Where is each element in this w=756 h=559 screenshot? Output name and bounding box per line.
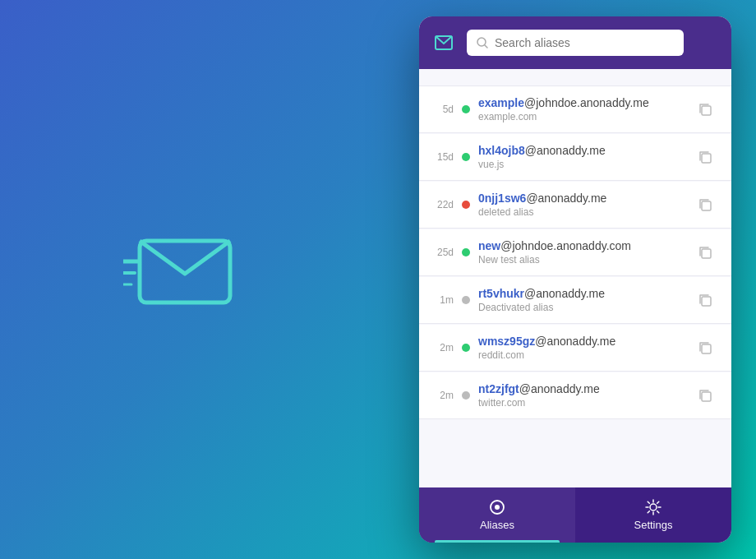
bottom-nav: Aliases Settings xyxy=(419,487,731,543)
subheader xyxy=(419,69,731,86)
copy-button[interactable] xyxy=(692,335,718,361)
alias-description: Deactivated alias xyxy=(478,302,684,313)
search-icon xyxy=(477,37,488,49)
alias-item[interactable]: 2m wmsz95gz@anonaddy.me reddit.com xyxy=(419,325,731,372)
svg-rect-14 xyxy=(702,392,711,401)
alias-info: wmsz95gz@anonaddy.me reddit.com xyxy=(478,335,684,361)
alias-info: 0njj1sw6@anonaddy.me deleted alias xyxy=(478,192,684,218)
alias-age: 2m xyxy=(432,390,454,401)
branding-section xyxy=(0,0,378,559)
alias-item[interactable]: 25d new@johndoe.anonaddy.com New test al… xyxy=(419,229,731,276)
alias-item[interactable]: 1m rt5vhukr@anonaddy.me Deactivated alia… xyxy=(419,277,731,324)
settings-nav-icon xyxy=(645,499,662,515)
alias-email-bold: nt2zjfgt xyxy=(478,382,519,395)
copy-icon xyxy=(698,102,712,117)
svg-point-16 xyxy=(495,505,500,510)
alias-email-bold: 0njj1sw6 xyxy=(478,192,526,205)
alias-description: example.com xyxy=(478,111,684,122)
alias-description: vue.js xyxy=(478,159,684,170)
alias-info: nt2zjfgt@anonaddy.me twitter.com xyxy=(478,382,684,409)
svg-rect-11 xyxy=(702,249,711,258)
alias-email-domain: @anonaddy.me xyxy=(526,192,606,205)
search-bar[interactable] xyxy=(467,30,684,56)
app-logo xyxy=(123,220,255,319)
nav-tab-settings[interactable]: Settings xyxy=(575,487,731,543)
alias-info: new@johndoe.anonaddy.com New test alias xyxy=(478,239,684,266)
alias-info: hxl4ojb8@anonaddy.me vue.js xyxy=(478,144,684,170)
mail-icon xyxy=(435,35,453,50)
copy-icon xyxy=(698,245,712,260)
svg-rect-10 xyxy=(702,201,711,210)
alias-age: 2m xyxy=(432,342,454,353)
alias-email-domain: @anonaddy.me xyxy=(524,287,605,300)
svg-line-7 xyxy=(485,45,487,48)
copy-button[interactable] xyxy=(692,287,718,313)
aliases-nav-icon xyxy=(489,499,505,515)
alias-age: 5d xyxy=(432,104,454,115)
copy-button[interactable] xyxy=(692,192,718,218)
main-panel: 5d example@johndoe.anonaddy.me example.c… xyxy=(419,16,731,543)
nav-tab-label: Settings xyxy=(634,519,673,531)
alias-description: twitter.com xyxy=(478,397,684,409)
svg-rect-13 xyxy=(702,344,711,353)
alias-description: New test alias xyxy=(478,254,684,266)
search-input[interactable] xyxy=(495,36,674,49)
svg-rect-8 xyxy=(702,106,711,115)
status-dot xyxy=(462,248,470,256)
copy-button[interactable] xyxy=(692,382,718,409)
alias-email-domain: @anonaddy.me xyxy=(519,382,600,395)
alias-age: 1m xyxy=(432,294,454,306)
alias-email-bold: new xyxy=(478,239,500,252)
alias-item[interactable]: 5d example@johndoe.anonaddy.me example.c… xyxy=(419,86,731,133)
alias-email-bold: wmsz95gz xyxy=(478,335,535,348)
alias-item[interactable]: 15d hxl4ojb8@anonaddy.me vue.js xyxy=(419,134,731,181)
copy-icon xyxy=(698,293,712,307)
nav-tab-label: Aliases xyxy=(480,519,514,531)
status-dot xyxy=(462,153,470,161)
svg-point-17 xyxy=(650,504,657,510)
panel-header xyxy=(419,16,731,69)
copy-button[interactable] xyxy=(692,239,718,266)
status-dot xyxy=(462,344,470,352)
alias-email: example@johndoe.anonaddy.me xyxy=(478,96,684,109)
alias-email-bold: hxl4ojb8 xyxy=(478,144,525,157)
alias-info: example@johndoe.anonaddy.me example.com xyxy=(478,96,684,122)
alias-email-bold: example xyxy=(478,96,524,109)
alias-email-domain: @anonaddy.me xyxy=(535,335,615,348)
svg-rect-12 xyxy=(702,297,711,306)
alias-email-domain: @johndoe.anonaddy.me xyxy=(524,96,649,109)
alias-email: new@johndoe.anonaddy.com xyxy=(478,239,684,252)
alias-description: reddit.com xyxy=(478,349,684,361)
alias-email: nt2zjfgt@anonaddy.me xyxy=(478,382,684,395)
alias-description: deleted alias xyxy=(478,206,684,218)
add-alias-button[interactable] xyxy=(692,28,721,58)
alias-email-bold: rt5vhukr xyxy=(478,287,524,300)
copy-button[interactable] xyxy=(692,144,718,170)
copy-icon xyxy=(698,197,712,212)
alias-email-domain: @anonaddy.me xyxy=(525,144,606,157)
nav-tab-aliases[interactable]: Aliases xyxy=(419,487,575,543)
copy-button[interactable] xyxy=(692,96,718,122)
alias-item[interactable]: 2m nt2zjfgt@anonaddy.me twitter.com xyxy=(419,372,731,419)
alias-item[interactable]: 22d 0njj1sw6@anonaddy.me deleted alias xyxy=(419,182,731,229)
alias-age: 25d xyxy=(432,247,454,258)
alias-email-domain: @johndoe.anonaddy.com xyxy=(500,239,631,252)
status-dot xyxy=(462,391,470,400)
copy-icon xyxy=(698,150,712,164)
alias-email: 0njj1sw6@anonaddy.me xyxy=(478,192,684,205)
status-dot xyxy=(462,105,470,113)
aliases-list: 5d example@johndoe.anonaddy.me example.c… xyxy=(419,86,731,487)
status-dot xyxy=(462,201,470,209)
svg-rect-9 xyxy=(702,154,711,163)
alias-email: rt5vhukr@anonaddy.me xyxy=(478,287,684,300)
status-dot xyxy=(462,296,470,304)
alias-info: rt5vhukr@anonaddy.me Deactivated alias xyxy=(478,287,684,313)
copy-icon xyxy=(698,340,712,355)
alias-age: 15d xyxy=(432,151,454,163)
alias-email: hxl4ojb8@anonaddy.me xyxy=(478,144,684,157)
copy-icon xyxy=(698,388,712,403)
mail-icon-button[interactable] xyxy=(429,28,459,58)
alias-age: 22d xyxy=(432,199,454,210)
alias-email: wmsz95gz@anonaddy.me xyxy=(478,335,684,348)
